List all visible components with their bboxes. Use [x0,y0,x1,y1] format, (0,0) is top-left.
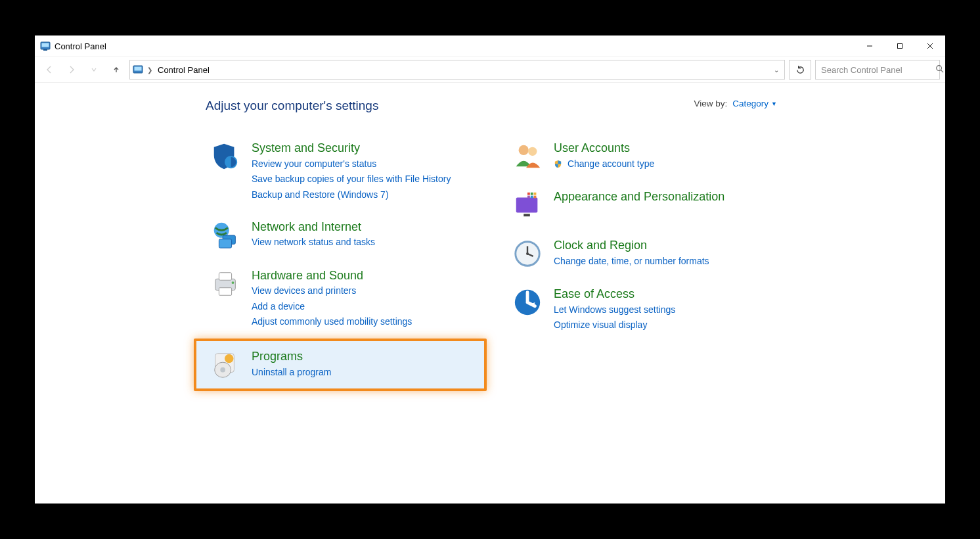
category-title[interactable]: Appearance and Personalization [554,189,724,204]
svg-rect-25 [516,198,538,213]
recent-locations-button[interactable] [85,60,103,79]
svg-rect-8 [135,67,142,71]
category-title[interactable]: Hardware and Sound [252,268,412,283]
category-network-internet[interactable]: Network and Internet View network status… [206,216,481,255]
svg-rect-1 [42,43,49,47]
programs-icon [210,349,241,381]
svg-point-22 [220,367,225,373]
link-review-status[interactable]: Review your computer's status [252,157,451,172]
svg-line-10 [941,70,944,73]
search-input[interactable] [821,65,931,75]
view-by-value: Category [732,99,768,108]
link-change-account-type[interactable]: Change account type [554,157,654,173]
maximize-button[interactable] [885,35,915,57]
category-ease-of-access[interactable]: Ease of Access Let Windows suggest setti… [508,283,784,337]
link-file-history[interactable]: Save backup copies of your files with Fi… [252,172,451,187]
back-button[interactable] [40,60,58,79]
globe-network-icon [210,220,241,251]
category-programs[interactable]: Programs Uninstall a program [206,345,481,385]
category-title[interactable]: User Accounts [554,141,654,156]
users-icon [512,141,543,172]
svg-rect-16 [219,272,231,280]
link-backup-restore[interactable]: Backup and Restore (Windows 7) [252,188,451,202]
category-title[interactable]: Programs [252,349,331,364]
svg-rect-14 [219,239,231,247]
svg-rect-31 [527,196,530,199]
svg-point-23 [519,145,529,155]
breadcrumb-icon [133,64,143,75]
titlebar: Control Panel [35,35,945,57]
category-title[interactable]: Network and Internet [252,220,375,235]
breadcrumb[interactable]: Control Panel [156,65,211,75]
svg-rect-29 [531,193,533,195]
svg-point-20 [225,354,233,363]
link-devices-printers[interactable]: View devices and printers [252,284,412,298]
svg-point-37 [526,252,529,255]
category-title[interactable]: Ease of Access [554,287,675,302]
toolbar: ❯ Control Panel ⌄ [35,57,945,83]
category-title[interactable]: System and Security [252,141,451,156]
search-icon[interactable] [935,64,944,75]
control-panel-window: Control Panel [35,35,945,504]
view-by: View by: Category ▼ [694,99,777,108]
category-title[interactable]: Clock and Region [554,238,709,253]
svg-point-24 [528,147,537,156]
window-title: Control Panel [55,41,106,51]
right-column: User Accounts Change account type [508,137,784,385]
monitor-personalization-icon [512,189,543,221]
left-column: System and Security Review your computer… [206,137,481,385]
printer-icon [210,268,241,300]
ease-of-access-icon [512,287,543,318]
svg-rect-33 [534,196,537,199]
category-clock-region[interactable]: Clock and Region Change date, time, or n… [508,234,784,273]
svg-rect-28 [527,193,530,195]
clock-icon [512,238,543,270]
content-area: Adjust your computer's settings View by:… [35,83,945,504]
category-user-accounts[interactable]: User Accounts Change account type [508,137,784,176]
link-network-status[interactable]: View network status and tasks [252,235,375,250]
minimize-button[interactable] [855,35,885,57]
link-windows-suggest[interactable]: Let Windows suggest settings [554,303,675,317]
up-button[interactable] [107,60,125,79]
search-box[interactable] [815,60,940,80]
svg-rect-30 [534,193,537,195]
svg-rect-2 [43,49,47,51]
address-dropdown-button[interactable]: ⌄ [768,66,784,74]
link-change-date-time[interactable]: Change date, time, or number formats [554,254,709,269]
view-by-label: View by: [694,99,728,108]
link-mobility-settings[interactable]: Adjust commonly used mobility settings [252,315,412,329]
svg-point-9 [937,66,942,71]
chevron-right-icon[interactable]: ❯ [147,66,152,74]
svg-rect-17 [219,287,231,295]
control-panel-icon [40,41,51,51]
close-button[interactable] [915,35,945,57]
svg-point-18 [232,281,234,284]
refresh-button[interactable] [789,60,811,80]
address-bar[interactable]: ❯ Control Panel ⌄ [129,60,785,80]
link-uninstall-program[interactable]: Uninstall a program [252,365,331,380]
view-by-dropdown[interactable]: Category ▼ [732,99,777,108]
page-title: Adjust your computer's settings [206,99,378,113]
svg-rect-4 [898,44,902,49]
category-system-security[interactable]: System and Security Review your computer… [206,137,481,206]
shield-icon [210,141,241,172]
caret-down-icon: ▼ [771,101,777,107]
svg-rect-27 [523,214,530,217]
forward-button[interactable] [62,60,81,79]
link-add-device[interactable]: Add a device [252,300,412,314]
category-appearance[interactable]: Appearance and Personalization [508,185,784,225]
programs-highlight: Programs Uninstall a program [206,345,481,385]
svg-rect-32 [531,196,533,199]
link-optimize-display[interactable]: Optimize visual display [554,318,675,333]
uac-shield-icon [554,160,565,170]
category-hardware-sound[interactable]: Hardware and Sound View devices and prin… [206,264,481,334]
